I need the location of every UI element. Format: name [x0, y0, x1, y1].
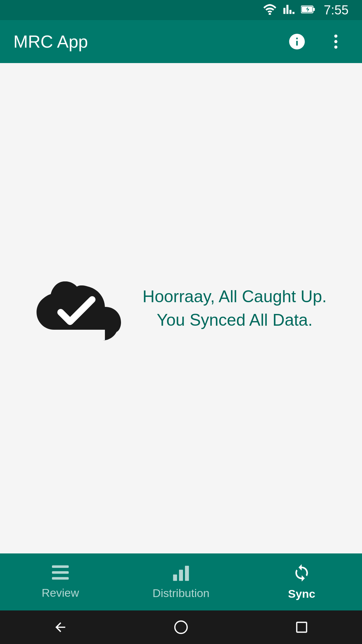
back-button[interactable] — [47, 614, 74, 641]
svg-rect-9 — [52, 577, 69, 580]
svg-point-5 — [334, 40, 337, 43]
svg-rect-8 — [52, 571, 69, 574]
svg-point-6 — [334, 46, 337, 49]
sync-status-container: Hoorraay, All Caught Up. You Synced All … — [22, 261, 340, 355]
main-content: Hoorraay, All Caught Up. You Synced All … — [0, 63, 362, 553]
svg-rect-10 — [173, 575, 177, 581]
sync-message: Hoorraay, All Caught Up. You Synced All … — [142, 285, 326, 332]
svg-rect-12 — [185, 566, 189, 581]
svg-point-0 — [269, 13, 271, 15]
battery-icon — [301, 4, 315, 16]
wifi-icon — [263, 4, 277, 16]
more-options-button[interactable] — [323, 29, 349, 54]
info-button[interactable] — [284, 29, 310, 54]
review-icon — [50, 565, 70, 582]
nav-label-distribution: Distribution — [153, 587, 209, 600]
nav-item-distribution[interactable]: Distribution — [121, 559, 241, 605]
android-nav-bar — [0, 610, 362, 644]
sync-icon — [292, 564, 312, 583]
cloud-check-icon — [35, 275, 122, 342]
svg-rect-14 — [297, 622, 306, 632]
app-bar: MRC App — [0, 20, 362, 63]
status-time: 7:55 — [324, 3, 349, 17]
bottom-nav: Review Distribution Sync — [0, 553, 362, 610]
signal-icon — [283, 3, 295, 17]
svg-rect-11 — [179, 570, 183, 581]
svg-point-13 — [175, 621, 187, 634]
status-bar: 7:55 — [0, 0, 362, 20]
sync-message-line2: You Synced All Data. — [142, 308, 326, 332]
nav-label-review: Review — [42, 586, 79, 599]
svg-rect-2 — [313, 8, 315, 11]
svg-point-4 — [334, 35, 337, 38]
nav-label-sync: Sync — [288, 587, 315, 600]
distribution-icon — [171, 564, 191, 583]
sync-message-line1: Hoorraay, All Caught Up. — [142, 285, 326, 308]
home-button[interactable] — [168, 614, 194, 641]
app-title: MRC App — [13, 32, 284, 52]
nav-item-sync[interactable]: Sync — [241, 558, 362, 606]
nav-item-review[interactable]: Review — [0, 559, 121, 605]
svg-rect-7 — [52, 566, 69, 568]
recent-apps-button[interactable] — [288, 614, 315, 641]
